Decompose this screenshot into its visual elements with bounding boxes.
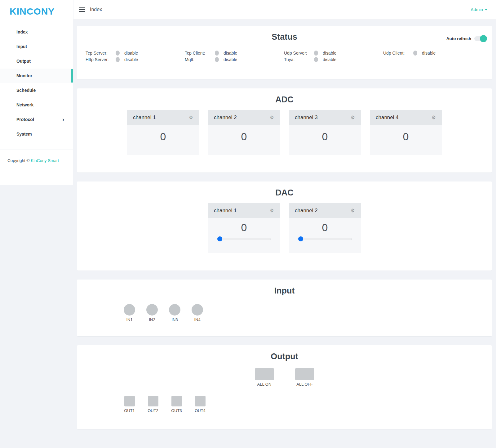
sidebar: KINCONY Index Input Output Monitor Sched… [0,0,73,185]
output-point-label: OUT1 [124,408,135,413]
status-column: Udp Client: disable [383,50,482,63]
output-toggle-button[interactable] [195,396,206,406]
input-point-label: IN1 [124,317,135,322]
hamburger-menu-icon[interactable] [79,6,85,13]
channel-body: 0 [370,125,442,155]
sidebar-item-protocol[interactable]: Protocol › [0,112,73,127]
channel-value: 0 [208,125,280,143]
status-indicator-icon [215,57,219,62]
sidebar-item-monitor[interactable]: Monitor [0,69,73,83]
status-label: Http Server: [86,57,116,62]
sidebar-item-label: Index [16,29,28,34]
gear-icon[interactable]: ⚙ [351,208,355,213]
copyright-text: Copyright © [7,158,31,163]
all-on-button[interactable] [255,368,274,380]
sidebar-item-input[interactable]: Input [0,39,73,54]
output-point: OUT3 [171,396,182,413]
sidebar-item-schedule[interactable]: Schedule [0,83,73,98]
gear-icon[interactable]: ⚙ [432,115,436,120]
dac-title: DAC [77,181,492,198]
slider-thumb[interactable] [298,236,303,241]
auto-refresh-control: Auto refresh [446,36,486,41]
channel-label: channel 1 [214,208,237,214]
channel-label: channel 2 [214,114,237,121]
sidebar-item-system[interactable]: System [0,127,73,141]
topbar: Index Admin [73,0,496,20]
input-title: Input [77,280,492,296]
channel-body: 0 [289,125,361,155]
auto-refresh-label: Auto refresh [446,36,471,41]
status-value: disable [224,57,237,62]
dac-channel-2: channel 2 ⚙ 0 [289,203,361,253]
status-column: Udp Server: disable Tuya: disable [284,50,383,63]
dac-slider[interactable] [298,238,352,240]
output-toggle-button[interactable] [171,396,182,406]
dac-channel-1: channel 1 ⚙ 0 [208,203,280,253]
status-row: Udp Client: disable [383,50,482,56]
gear-icon[interactable]: ⚙ [270,208,274,213]
output-point-label: OUT3 [171,408,182,413]
status-value: disable [124,51,138,56]
caret-down-icon [485,9,487,11]
status-value: disable [323,57,336,62]
channel-body: 0 [208,218,280,253]
output-points-row: OUT1 OUT2 OUT3 OUT4 [77,387,492,413]
channel-header: channel 1 ⚙ [127,110,199,125]
status-value: disable [224,51,237,56]
output-all-buttons: ALL ON ALL OFF [77,368,492,387]
dac-card: DAC channel 1 ⚙ 0 chan [77,181,492,271]
chevron-right-icon: › [62,112,64,127]
input-point-label: IN2 [146,317,158,322]
channel-value: 0 [370,125,442,143]
output-toggle-button[interactable] [148,396,158,406]
dac-slider[interactable] [217,238,271,240]
input-state-icon [124,304,135,316]
status-label: Tuya: [284,57,314,62]
slider-thumb[interactable] [217,236,222,241]
sidebar-item-index[interactable]: Index [0,25,73,39]
output-point: OUT1 [124,396,135,413]
status-row: Tuya: disable [284,56,383,63]
status-column: Tcp Server: disable Http Server: disable [86,50,185,63]
copyright-brand-link[interactable]: KinCony Smart [31,158,59,163]
input-state-icon [146,304,158,316]
output-card: Output ALL ON ALL OFF OUT1 OUT2 [77,345,492,429]
status-label: Udp Client: [383,51,413,56]
gear-icon[interactable]: ⚙ [189,115,193,120]
status-row: Mqtt: disable [185,56,284,63]
all-off-button[interactable] [295,368,314,380]
status-label: Tcp Client: [185,51,215,56]
output-point: OUT4 [194,396,206,413]
channel-value: 0 [289,125,361,143]
status-indicator-icon [116,57,120,62]
all-off-control: ALL OFF [295,368,314,387]
channel-header: channel 4 ⚙ [370,110,442,125]
status-row: Udp Server: disable [284,50,383,56]
input-state-icon [192,304,203,316]
gear-icon[interactable]: ⚙ [351,115,355,120]
sidebar-menu: Index Input Output Monitor Schedule Netw… [0,25,73,141]
status-indicator-icon [413,51,417,56]
output-point-label: OUT4 [194,408,206,413]
channel-body: 0 [127,125,199,155]
input-point: IN4 [192,304,203,322]
input-point: IN1 [124,304,135,322]
admin-dropdown[interactable]: Admin [471,7,487,12]
auto-refresh-toggle[interactable] [474,36,486,41]
sidebar-item-label: Monitor [16,73,32,78]
sidebar-item-label: System [16,132,32,137]
status-label: Udp Server: [284,51,314,56]
output-toggle-button[interactable] [124,396,135,406]
status-label: Mqtt: [185,57,215,62]
toggle-knob [480,35,487,42]
sidebar-item-label: Output [16,59,31,64]
output-title: Output [77,345,492,361]
sidebar-item-output[interactable]: Output [0,54,73,69]
page-title: Index [90,7,102,12]
adc-card: ADC channel 1 ⚙ 0 channel 2 ⚙ [77,88,492,172]
input-point-label: IN3 [169,317,180,322]
output-point: OUT2 [147,396,159,413]
sidebar-item-network[interactable]: Network [0,98,73,112]
input-card: Input IN1 IN2 IN3 IN4 [77,280,492,336]
gear-icon[interactable]: ⚙ [270,115,274,120]
